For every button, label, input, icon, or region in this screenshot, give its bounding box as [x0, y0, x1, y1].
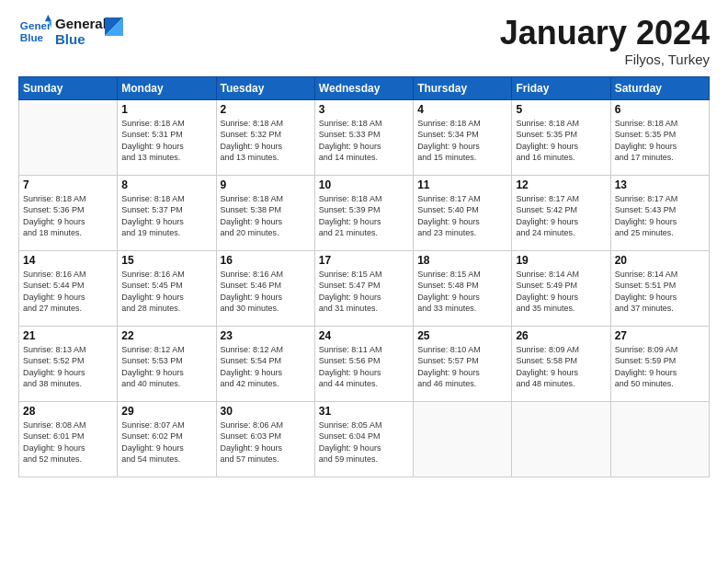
- col-thursday: Thursday: [414, 76, 512, 99]
- table-row: 25Sunrise: 8:10 AM Sunset: 5:57 PM Dayli…: [414, 326, 512, 401]
- day-info: Sunrise: 8:14 AM Sunset: 5:51 PM Dayligh…: [615, 269, 705, 315]
- table-row: 8Sunrise: 8:18 AM Sunset: 5:37 PM Daylig…: [118, 175, 216, 250]
- col-wednesday: Wednesday: [314, 76, 413, 99]
- table-row: [19, 99, 118, 175]
- header-row: Sunday Monday Tuesday Wednesday Thursday…: [19, 76, 710, 99]
- table-row: 6Sunrise: 8:18 AM Sunset: 5:35 PM Daylig…: [610, 99, 709, 175]
- table-row: 16Sunrise: 8:16 AM Sunset: 5:46 PM Dayli…: [216, 250, 314, 326]
- day-number: 25: [417, 329, 507, 342]
- day-number: 20: [615, 254, 705, 267]
- day-info: Sunrise: 8:06 AM Sunset: 6:03 PM Dayligh…: [221, 419, 311, 465]
- table-row: 10Sunrise: 8:18 AM Sunset: 5:39 PM Dayli…: [314, 175, 413, 250]
- day-number: 6: [615, 103, 705, 116]
- title-block: January 2024 Filyos, Turkey: [500, 15, 710, 67]
- day-info: Sunrise: 8:18 AM Sunset: 5:35 PM Dayligh…: [615, 118, 705, 164]
- table-row: 14Sunrise: 8:16 AM Sunset: 5:44 PM Dayli…: [19, 250, 118, 326]
- day-info: Sunrise: 8:18 AM Sunset: 5:33 PM Dayligh…: [319, 118, 409, 164]
- page: General Blue General Blue January 2024 F…: [0, 0, 728, 563]
- day-info: Sunrise: 8:17 AM Sunset: 5:43 PM Dayligh…: [615, 193, 705, 239]
- table-row: 7Sunrise: 8:18 AM Sunset: 5:36 PM Daylig…: [19, 175, 118, 250]
- table-row: 20Sunrise: 8:14 AM Sunset: 5:51 PM Dayli…: [610, 250, 709, 326]
- day-number: 29: [121, 405, 211, 418]
- table-row: 22Sunrise: 8:12 AM Sunset: 5:53 PM Dayli…: [118, 326, 216, 401]
- logo-line2: Blue: [55, 31, 107, 47]
- col-friday: Friday: [512, 76, 610, 99]
- table-row: 19Sunrise: 8:14 AM Sunset: 5:49 PM Dayli…: [512, 250, 610, 326]
- col-tuesday: Tuesday: [216, 76, 314, 99]
- logo-icon: General Blue: [18, 15, 51, 48]
- day-number: 23: [221, 329, 311, 342]
- day-number: 16: [221, 254, 311, 267]
- table-row: 31Sunrise: 8:05 AM Sunset: 6:04 PM Dayli…: [314, 401, 413, 477]
- col-sunday: Sunday: [19, 76, 118, 99]
- day-info: Sunrise: 8:15 AM Sunset: 5:47 PM Dayligh…: [319, 269, 409, 315]
- table-row: 27Sunrise: 8:09 AM Sunset: 5:59 PM Dayli…: [610, 326, 709, 401]
- table-row: 12Sunrise: 8:17 AM Sunset: 5:42 PM Dayli…: [512, 175, 610, 250]
- calendar-subtitle: Filyos, Turkey: [500, 52, 710, 67]
- day-number: 9: [221, 178, 311, 191]
- table-row: 21Sunrise: 8:13 AM Sunset: 5:52 PM Dayli…: [19, 326, 118, 401]
- table-row: 3Sunrise: 8:18 AM Sunset: 5:33 PM Daylig…: [314, 99, 413, 175]
- day-number: 5: [516, 103, 606, 116]
- day-number: 22: [121, 329, 211, 342]
- day-info: Sunrise: 8:09 AM Sunset: 5:59 PM Dayligh…: [615, 344, 705, 390]
- calendar-title: January 2024: [500, 15, 710, 52]
- day-number: 24: [319, 329, 409, 342]
- day-number: 28: [23, 405, 113, 418]
- day-number: 19: [516, 254, 606, 267]
- day-info: Sunrise: 8:11 AM Sunset: 5:56 PM Dayligh…: [319, 344, 409, 390]
- day-number: 4: [417, 103, 507, 116]
- col-monday: Monday: [118, 76, 216, 99]
- week-row-2: 7Sunrise: 8:18 AM Sunset: 5:36 PM Daylig…: [19, 175, 710, 250]
- day-number: 12: [516, 178, 606, 191]
- table-row: 13Sunrise: 8:17 AM Sunset: 5:43 PM Dayli…: [610, 175, 709, 250]
- table-row: 24Sunrise: 8:11 AM Sunset: 5:56 PM Dayli…: [314, 326, 413, 401]
- day-info: Sunrise: 8:18 AM Sunset: 5:31 PM Dayligh…: [121, 118, 211, 164]
- day-info: Sunrise: 8:16 AM Sunset: 5:45 PM Dayligh…: [121, 269, 211, 315]
- day-number: 21: [23, 329, 113, 342]
- day-number: 18: [417, 254, 507, 267]
- day-info: Sunrise: 8:18 AM Sunset: 5:34 PM Dayligh…: [417, 118, 507, 164]
- day-number: 17: [319, 254, 409, 267]
- day-info: Sunrise: 8:16 AM Sunset: 5:46 PM Dayligh…: [221, 269, 311, 315]
- table-row: 1Sunrise: 8:18 AM Sunset: 5:31 PM Daylig…: [118, 99, 216, 175]
- table-row: [414, 401, 512, 477]
- logo-line1: General: [55, 16, 107, 31]
- day-info: Sunrise: 8:18 AM Sunset: 5:38 PM Dayligh…: [221, 193, 311, 239]
- table-row: 11Sunrise: 8:17 AM Sunset: 5:40 PM Dayli…: [414, 175, 512, 250]
- table-row: 9Sunrise: 8:18 AM Sunset: 5:38 PM Daylig…: [216, 175, 314, 250]
- day-info: Sunrise: 8:07 AM Sunset: 6:02 PM Dayligh…: [121, 419, 211, 465]
- table-row: 18Sunrise: 8:15 AM Sunset: 5:48 PM Dayli…: [414, 250, 512, 326]
- week-row-1: 1Sunrise: 8:18 AM Sunset: 5:31 PM Daylig…: [19, 99, 710, 175]
- day-info: Sunrise: 8:05 AM Sunset: 6:04 PM Dayligh…: [319, 419, 409, 465]
- day-info: Sunrise: 8:17 AM Sunset: 5:40 PM Dayligh…: [417, 193, 507, 239]
- day-number: 26: [516, 329, 606, 342]
- day-info: Sunrise: 8:12 AM Sunset: 5:54 PM Dayligh…: [221, 344, 311, 390]
- table-row: 29Sunrise: 8:07 AM Sunset: 6:02 PM Dayli…: [118, 401, 216, 477]
- day-number: 7: [23, 178, 113, 191]
- svg-text:Blue: Blue: [20, 31, 44, 43]
- day-info: Sunrise: 8:12 AM Sunset: 5:53 PM Dayligh…: [121, 344, 211, 390]
- calendar-table: Sunday Monday Tuesday Wednesday Thursday…: [18, 76, 710, 477]
- day-info: Sunrise: 8:18 AM Sunset: 5:36 PM Dayligh…: [23, 193, 113, 239]
- table-row: 5Sunrise: 8:18 AM Sunset: 5:35 PM Daylig…: [512, 99, 610, 175]
- table-row: 15Sunrise: 8:16 AM Sunset: 5:45 PM Dayli…: [118, 250, 216, 326]
- day-number: 8: [121, 178, 211, 191]
- logo: General Blue General Blue: [18, 15, 123, 48]
- table-row: [512, 401, 610, 477]
- table-row: 4Sunrise: 8:18 AM Sunset: 5:34 PM Daylig…: [414, 99, 512, 175]
- day-info: Sunrise: 8:13 AM Sunset: 5:52 PM Dayligh…: [23, 344, 113, 390]
- table-row: 30Sunrise: 8:06 AM Sunset: 6:03 PM Dayli…: [216, 401, 314, 477]
- table-row: 28Sunrise: 8:08 AM Sunset: 6:01 PM Dayli…: [19, 401, 118, 477]
- day-info: Sunrise: 8:18 AM Sunset: 5:37 PM Dayligh…: [121, 193, 211, 239]
- table-row: 23Sunrise: 8:12 AM Sunset: 5:54 PM Dayli…: [216, 326, 314, 401]
- week-row-5: 28Sunrise: 8:08 AM Sunset: 6:01 PM Dayli…: [19, 401, 710, 477]
- day-info: Sunrise: 8:08 AM Sunset: 6:01 PM Dayligh…: [23, 419, 113, 465]
- week-row-4: 21Sunrise: 8:13 AM Sunset: 5:52 PM Dayli…: [19, 326, 710, 401]
- svg-marker-2: [45, 15, 51, 21]
- day-number: 11: [417, 178, 507, 191]
- col-saturday: Saturday: [610, 76, 709, 99]
- day-info: Sunrise: 8:18 AM Sunset: 5:35 PM Dayligh…: [516, 118, 606, 164]
- table-row: 26Sunrise: 8:09 AM Sunset: 5:58 PM Dayli…: [512, 326, 610, 401]
- day-number: 31: [319, 405, 409, 418]
